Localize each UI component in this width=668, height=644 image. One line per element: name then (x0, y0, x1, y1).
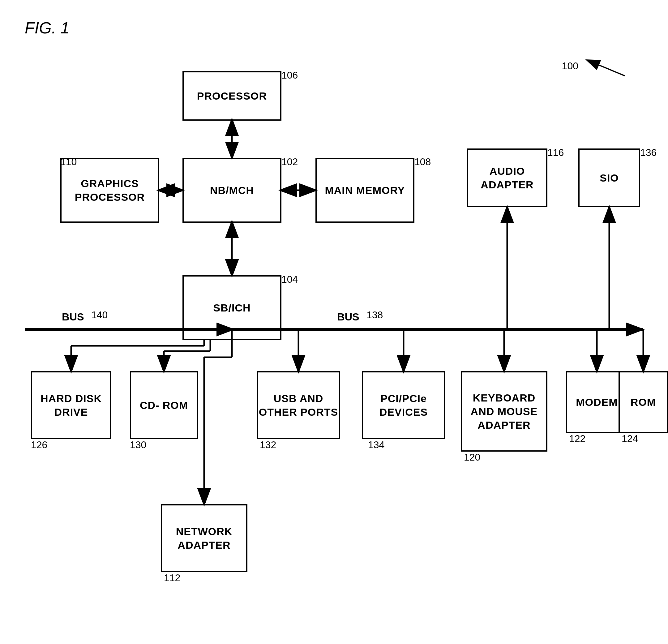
keyboard-mouse-box: KEYBOARD AND MOUSE ADAPTER (461, 371, 547, 452)
ref-108: 108 (414, 156, 431, 168)
audio-adapter-box: AUDIO ADAPTER (467, 149, 547, 207)
network-adapter-box: NETWORK ADAPTER (161, 504, 247, 572)
hard-disk-drive-box: HARD DISK DRIVE (31, 371, 111, 439)
figure-label: FIG. 1 (25, 18, 69, 37)
ref-124: 124 (622, 433, 638, 445)
ref-100: 100 (562, 60, 578, 72)
ref-122: 122 (569, 433, 586, 445)
ref-140: 140 (91, 309, 108, 321)
pci-devices-box: PCI/PCIe DEVICES (362, 371, 445, 439)
bus-line-main (25, 328, 643, 331)
connection-arrows (0, 0, 668, 644)
svg-line-28 (588, 60, 625, 76)
processor-box: PROCESSOR (182, 71, 282, 121)
ref-102: 102 (282, 156, 298, 168)
ref-104: 104 (282, 274, 298, 285)
ref-106: 106 (282, 70, 298, 81)
usb-ports-box: USB AND OTHER PORTS (257, 371, 340, 439)
cd-rom-box: CD- ROM (130, 371, 198, 439)
ref-134: 134 (368, 439, 384, 451)
bus-138-label: BUS (337, 311, 359, 323)
ref-136: 136 (640, 147, 656, 159)
ref-132: 132 (260, 439, 276, 451)
ref-116: 116 (547, 147, 564, 159)
sio-box: SIO (578, 149, 640, 207)
bus-140-label: BUS (62, 311, 84, 323)
main-memory-box: MAIN MEMORY (316, 158, 414, 223)
ref-110: 110 (60, 156, 77, 168)
ref-130: 130 (130, 439, 146, 451)
rom-box: ROM (619, 371, 668, 433)
diagram-container: FIG. 1 100 PROCESSOR 106 NB/MCH 102 MAIN… (0, 0, 668, 644)
ref-138: 138 (366, 309, 383, 321)
ref-120: 120 (464, 452, 480, 463)
ref-126: 126 (31, 439, 47, 451)
ref-112: 112 (164, 572, 180, 584)
nb-mch-box: NB/MCH (182, 158, 282, 223)
